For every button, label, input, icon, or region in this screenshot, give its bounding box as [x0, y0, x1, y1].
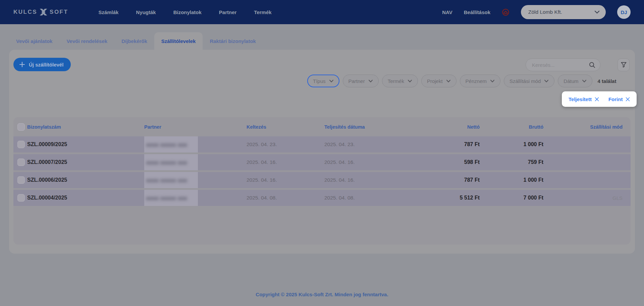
filter-pill-penznem[interactable]: Pénznem	[460, 75, 500, 87]
nav-link-settings[interactable]: Beállítások	[464, 9, 490, 15]
chevron-down-icon	[544, 80, 549, 83]
app-logo[interactable]: KULCS SOFT	[13, 8, 68, 16]
chevron-down-icon	[408, 80, 412, 83]
filter-pill-label: Termék	[388, 78, 404, 84]
col-teljesites-datuma[interactable]: Teljesítés dátuma	[324, 124, 416, 130]
cell-brutto: 7 000 Ft	[480, 195, 543, 201]
cell-brutto: 1 000 Ft	[480, 141, 543, 147]
filter-pill-tipus[interactable]: Típus	[307, 75, 339, 87]
nav-item-szamlak[interactable]: Számlák	[98, 9, 118, 15]
document-tabs: Vevői ajánlatokVevői rendelésekDíjbekérő…	[9, 24, 263, 50]
logo-x-icon	[39, 8, 48, 16]
table-row[interactable]: SZL.00006/2025 xxxx xxxxx xxx 2025. 04. …	[13, 172, 631, 188]
filter-pill-label: Dátum	[564, 78, 578, 84]
col-brutto[interactable]: Bruttó	[480, 124, 543, 130]
close-icon[interactable]	[595, 97, 599, 101]
chevron-down-icon	[368, 80, 373, 83]
cell-szallitasi-mod: GLS	[543, 195, 623, 201]
close-icon[interactable]	[626, 97, 630, 101]
col-netto[interactable]: Nettó	[416, 124, 480, 130]
nav-item-bizonylatok[interactable]: Bizonylatok	[173, 9, 202, 15]
tab-dijbekerok[interactable]: Díjbekérők	[114, 32, 154, 50]
table-row[interactable]: SZL.00009/2025 xxxx xxxxx xxx 2025. 04. …	[13, 136, 631, 152]
cell-netto: 5 512 Ft	[416, 195, 480, 201]
tab-szallitolevelek[interactable]: Szállítólevelek	[154, 32, 203, 50]
results-count: 4 találat	[598, 78, 616, 84]
active-filter-chip-teljesitett[interactable]: Teljesített	[569, 96, 599, 102]
filter-pill-projekt[interactable]: Projekt	[421, 75, 457, 87]
cell-document-number: SZL.00007/2025	[27, 159, 144, 165]
col-keltezes[interactable]: Keltezés	[247, 124, 324, 130]
promo-icon[interactable]	[502, 8, 509, 16]
new-delivery-note-label: Új szállítólevél	[29, 62, 63, 68]
filter-pill-partner[interactable]: Partner	[343, 75, 379, 87]
partner-redacted: xxxx xxxxx xxx	[144, 136, 198, 152]
search-placeholder: Keresés...	[532, 62, 555, 68]
partner-redacted: xxxx xxxxx xxx	[144, 154, 198, 170]
row-checkbox[interactable]	[17, 141, 25, 148]
tab-vevoiajanlatok[interactable]: Vevői ajánlatok	[9, 32, 59, 50]
company-name: Zöld Lomb Kft.	[528, 9, 562, 15]
cell-partner: xxxx xxxxx xxx	[144, 154, 247, 170]
cell-netto: 787 Ft	[416, 141, 480, 147]
tab-raktaribizonylatok[interactable]: Raktári bizonylatok	[203, 32, 263, 50]
cell-netto: 787 Ft	[416, 177, 480, 183]
chevron-down-icon	[446, 80, 451, 83]
main-menu: SzámlákNyugtákBizonylatokPartnerTermék	[98, 9, 271, 15]
active-filter-chip-forint[interactable]: Forint	[608, 96, 630, 102]
nav-link-nav[interactable]: NAV	[442, 9, 452, 15]
nav-item-partner[interactable]: Partner	[219, 9, 237, 15]
cell-keltezes: 2025. 04. 23.	[247, 141, 324, 147]
partner-redacted: xxxx xxxxx xxx	[144, 190, 198, 206]
company-selector[interactable]: Zöld Lomb Kft.	[521, 5, 606, 19]
navbar-right: NAV Beállítások Zöld Lomb Kft. DJ	[442, 5, 631, 19]
cell-keltezes: 2025. 04. 16.	[247, 177, 324, 183]
filter-button[interactable]	[618, 58, 630, 71]
cell-teljesites: 2025. 04. 16.	[324, 177, 416, 183]
content-card: Új szállítólevél Keresés... Típus Partne…	[9, 50, 635, 254]
filter-pill-row: Típus Partner Termék Projekt Pénznem Szá…	[307, 75, 616, 87]
table-row[interactable]: SZL.00007/2025 xxxx xxxxx xxx 2025. 04. …	[13, 154, 631, 170]
cell-keltezes: 2025. 04. 08.	[247, 195, 324, 201]
cell-partner: xxxx xxxxx xxx	[144, 190, 247, 206]
select-all-checkbox[interactable]	[17, 123, 25, 131]
chip-label: Forint	[608, 96, 623, 102]
nav-item-nyugtak[interactable]: Nyugták	[136, 9, 156, 15]
search-input[interactable]: Keresés...	[526, 58, 600, 71]
cell-brutto: 1 000 Ft	[480, 177, 543, 183]
logo-text-soft: SOFT	[50, 9, 68, 15]
cell-document-number: SZL.00004/2025	[27, 195, 144, 201]
tab-vevoirendelesek[interactable]: Vevői rendelések	[59, 32, 114, 50]
chevron-down-icon	[329, 80, 334, 83]
cell-teljesites: 2025. 04. 08.	[324, 195, 416, 201]
row-checkbox[interactable]	[17, 159, 25, 166]
cell-keltezes: 2025. 04. 16.	[247, 159, 324, 165]
new-delivery-note-button[interactable]: Új szállítólevél	[13, 58, 71, 71]
search-icon	[589, 62, 595, 68]
filter-pill-szallitasimod[interactable]: Szállítási mód	[504, 75, 554, 87]
plus-icon	[19, 61, 25, 68]
row-checkbox[interactable]	[17, 194, 25, 202]
table-row[interactable]: SZL.00004/2025 xxxx xxxxx xxx 2025. 04. …	[13, 190, 631, 206]
delivery-notes-table: Bizonylatszám Partner Keltezés Teljesíté…	[13, 117, 631, 245]
cell-partner: xxxx xxxxx xxx	[144, 136, 247, 152]
filter-pill-datum[interactable]: Dátum	[558, 75, 592, 87]
filter-pill-label: Szállítási mód	[509, 78, 541, 84]
filter-pill-label: Pénznem	[466, 78, 487, 84]
chevron-down-icon	[582, 80, 587, 83]
filter-pill-termek[interactable]: Termék	[382, 75, 418, 87]
filter-pill-label: Partner	[348, 78, 365, 84]
filter-pill-label: Projekt	[427, 78, 443, 84]
row-checkbox[interactable]	[17, 176, 25, 184]
col-bizonylatszam[interactable]: Bizonylatszám	[27, 124, 144, 130]
table-header-row: Bizonylatszám Partner Keltezés Teljesíté…	[13, 117, 631, 136]
user-avatar[interactable]: DJ	[617, 5, 631, 19]
nav-item-termek[interactable]: Termék	[254, 9, 271, 15]
chevron-down-icon	[490, 80, 495, 83]
chevron-down-icon	[594, 10, 600, 14]
filter-pill-label: Típus	[313, 78, 326, 84]
col-szallitasi-mod[interactable]: Szállítási mód	[543, 124, 623, 130]
active-filters-panel: Teljesített Forint	[562, 91, 637, 107]
col-partner[interactable]: Partner	[144, 124, 247, 130]
funnel-icon	[621, 62, 627, 68]
